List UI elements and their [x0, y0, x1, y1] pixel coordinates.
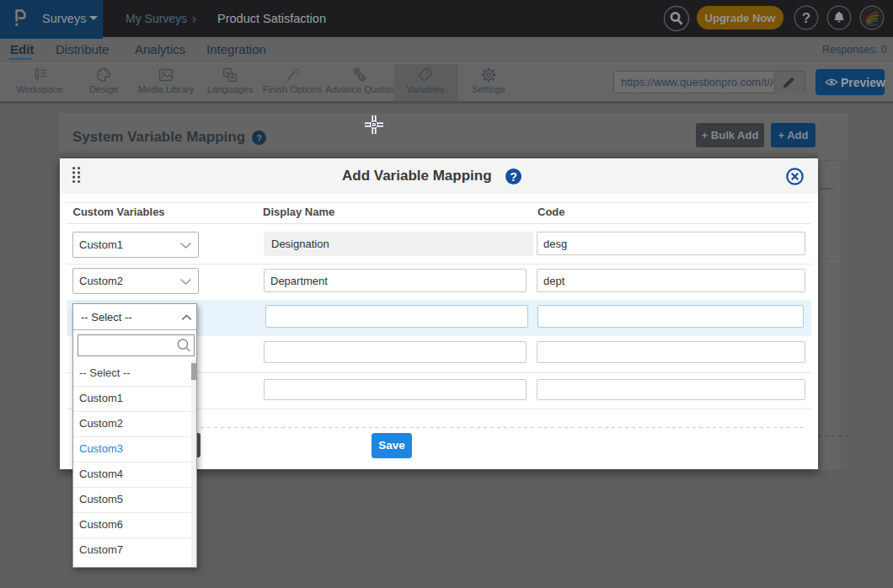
svg-text:?: ?	[510, 170, 517, 184]
svg-text:A: A	[230, 74, 234, 80]
svg-text:?: ?	[256, 133, 262, 143]
svg-text:?: ?	[802, 10, 810, 26]
